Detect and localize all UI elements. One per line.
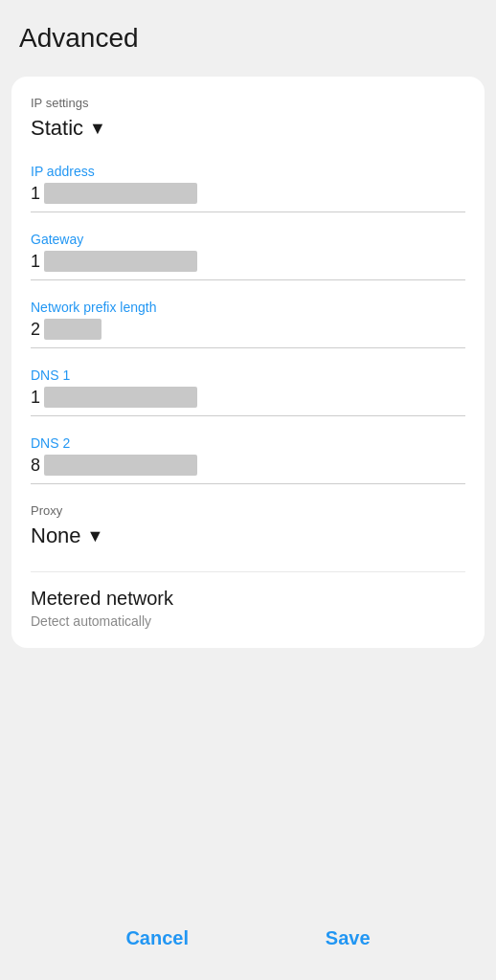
dns1-group: DNS 1 1 [31, 368, 465, 416]
dns1-masked [44, 387, 197, 408]
network-prefix-input[interactable]: 2 [31, 319, 465, 348]
proxy-value: None [31, 523, 81, 548]
ip-address-masked [44, 183, 197, 204]
ip-address-label: IP address [31, 164, 465, 179]
dns1-prefix: 1 [31, 388, 42, 408]
ip-mode-value: Static [31, 116, 83, 141]
dns2-label: DNS 2 [31, 435, 465, 451]
dns2-prefix: 8 [31, 456, 42, 476]
gateway-label: Gateway [31, 232, 465, 247]
gateway-input[interactable]: 1 [31, 251, 465, 280]
proxy-dropdown[interactable]: None ▼ [31, 523, 465, 548]
ip-mode-dropdown[interactable]: Static ▼ [31, 116, 465, 141]
network-prefix-value: 2 [31, 320, 42, 340]
metered-subtitle: Detect automatically [31, 613, 465, 629]
proxy-chevron-icon: ▼ [87, 526, 104, 546]
gateway-masked [44, 251, 197, 272]
dns1-label: DNS 1 [31, 368, 465, 383]
ip-address-input[interactable]: 1 [31, 183, 465, 212]
gateway-group: Gateway 1 [31, 232, 465, 280]
ip-mode-chevron-icon: ▼ [89, 119, 106, 139]
ip-settings-label: IP settings [31, 96, 465, 110]
dns2-input[interactable]: 8 [31, 455, 465, 484]
gateway-prefix: 1 [31, 252, 42, 272]
network-prefix-label: Network prefix length [31, 300, 465, 315]
metered-section: Metered network Detect automatically [31, 571, 465, 629]
proxy-label: Proxy [31, 503, 465, 518]
cancel-button[interactable]: Cancel [102, 920, 212, 957]
ip-address-group: IP address 1 [31, 164, 465, 212]
network-prefix-masked [44, 319, 101, 340]
bottom-bar: Cancel Save [0, 897, 496, 980]
network-prefix-group: Network prefix length 2 [31, 300, 465, 348]
ip-address-prefix: 1 [31, 184, 42, 204]
save-button[interactable]: Save [303, 920, 394, 957]
metered-title: Metered network [31, 588, 465, 610]
main-card: IP settings Static ▼ IP address 1 Gatewa… [11, 77, 485, 648]
dns2-masked [44, 455, 197, 476]
proxy-section: Proxy None ▼ [31, 503, 465, 548]
dns1-input[interactable]: 1 [31, 387, 465, 416]
page-title: Advanced [19, 23, 477, 54]
dns2-group: DNS 2 8 [31, 435, 465, 484]
